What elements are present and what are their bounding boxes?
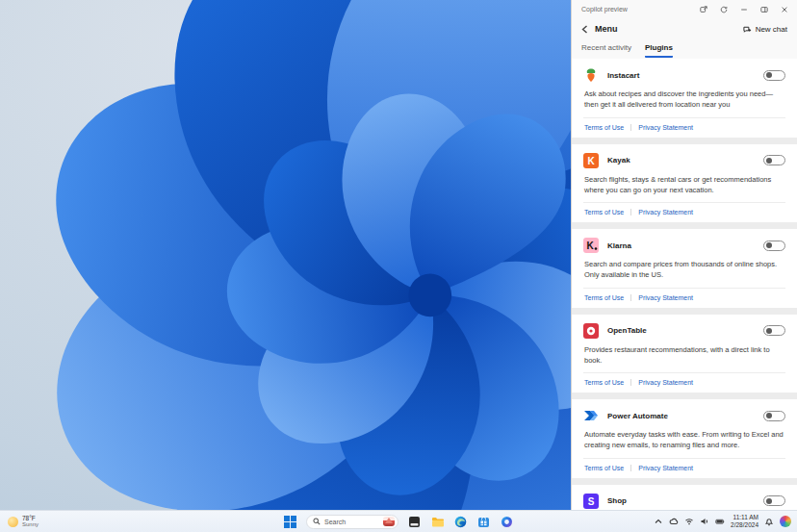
svg-text:S: S	[588, 496, 595, 507]
open-external-icon[interactable]	[699, 5, 708, 14]
privacy-statement-link[interactable]: Privacy Statement	[638, 294, 693, 301]
close-icon[interactable]	[780, 5, 789, 14]
klarna-icon: K	[583, 238, 599, 253]
plugin-toggle[interactable]	[763, 495, 785, 506]
start-button[interactable]	[283, 515, 297, 529]
windows-desktop-screen: Copilot preview	[0, 0, 797, 532]
instacart-icon	[583, 67, 599, 83]
link-divider	[630, 209, 631, 215]
terms-of-use-link[interactable]: Terms of Use	[584, 294, 624, 301]
clock-date: 2/28/2024	[731, 521, 758, 529]
svg-text:K: K	[587, 156, 595, 166]
plugin-description: Search and compare prices from thousands…	[583, 255, 785, 288]
kayak-icon: K	[583, 153, 599, 168]
refresh-icon[interactable]	[719, 5, 729, 14]
terms-of-use-link[interactable]: Terms of Use	[584, 379, 624, 386]
plugin-description: Ask about recipes and discover the ingre…	[583, 85, 785, 117]
taskbar-search-box[interactable]: Search	[306, 515, 398, 529]
dark-app-icon[interactable]	[407, 515, 422, 529]
plugin-description: Provides restaurant recommendations, wit…	[583, 341, 785, 373]
terms-of-use-link[interactable]: Terms of Use	[584, 209, 624, 215]
copilot-app-icon[interactable]	[500, 515, 514, 529]
tray-chevron-up-icon[interactable]	[654, 517, 663, 526]
shop-icon: S	[583, 494, 599, 509]
opentable-icon	[583, 323, 599, 339]
link-divider	[630, 124, 631, 131]
tab-plugins[interactable]: Plugins	[645, 43, 673, 58]
privacy-statement-link[interactable]: Privacy Statement	[638, 465, 693, 471]
widgets-weather-button[interactable]: 78°F Sunny	[0, 511, 46, 532]
svg-text:K: K	[586, 241, 594, 251]
new-chat-button[interactable]: New chat	[743, 25, 787, 34]
copilot-panel: Copilot preview	[571, 0, 797, 510]
plugin-card-power-automate: Power Automate Automate everyday tasks w…	[572, 399, 797, 478]
weather-condition: Sunny	[22, 521, 39, 528]
plugin-card-instacart: Instacart Ask about recipes and discover…	[572, 59, 797, 138]
taskbar: 78°F Sunny Search	[0, 510, 797, 532]
link-divider	[630, 294, 631, 301]
new-chat-label: New chat	[756, 25, 787, 34]
plugin-name: OpenTable	[607, 326, 755, 335]
panel-titlebar: Copilot preview	[572, 0, 797, 18]
plugin-name: Instacart	[607, 71, 755, 80]
plugin-name: Klarna	[607, 241, 755, 250]
file-explorer-icon[interactable]	[430, 515, 445, 529]
back-menu-button[interactable]: Menu	[581, 24, 618, 34]
taskbar-clock[interactable]: 11:11 AM 2/28/2024	[731, 514, 758, 529]
chevron-left-icon	[581, 25, 588, 34]
clock-time: 11:11 AM	[733, 514, 759, 521]
terms-of-use-link[interactable]: Terms of Use	[584, 124, 624, 131]
weather-temp: 78°F	[22, 515, 39, 521]
panel-header: Menu New chat	[572, 18, 797, 39]
search-highlight-image	[383, 517, 395, 526]
link-divider	[630, 465, 631, 471]
taskbar-center-icons: Search	[283, 511, 514, 532]
microsoft-store-icon[interactable]	[476, 515, 491, 529]
plugin-card-shop: S Shop Search for millions of products f…	[572, 485, 797, 511]
privacy-statement-link[interactable]: Privacy Statement	[638, 124, 693, 131]
plugin-card-kayak: K Kayak Search flights, stays & rental c…	[572, 144, 797, 223]
plugin-name: Kayak	[607, 156, 755, 165]
onedrive-cloud-icon[interactable]	[669, 517, 679, 526]
edge-browser-icon[interactable]	[453, 515, 468, 529]
plugin-card-opentable: OpenTable Provides restaurant recommenda…	[572, 315, 797, 393]
window-controls	[699, 5, 789, 14]
plugin-toggle[interactable]	[763, 241, 785, 251]
windows-logo-icon	[284, 516, 296, 528]
panel-title: Copilot preview	[581, 6, 699, 13]
system-tray: 11:11 AM 2/28/2024	[654, 511, 797, 532]
plugin-toggle[interactable]	[763, 70, 785, 81]
plugin-list: Instacart Ask about recipes and discover…	[572, 59, 797, 510]
plugin-name: Power Automate	[607, 412, 755, 420]
plugin-name: Shop	[607, 496, 755, 505]
search-placeholder: Search	[324, 519, 379, 525]
terms-of-use-link[interactable]: Terms of Use	[584, 465, 624, 471]
plugin-description: Search flights, stays & rental cars or g…	[583, 170, 785, 203]
minimize-icon[interactable]	[739, 5, 749, 14]
restore-dock-icon[interactable]	[759, 5, 769, 14]
privacy-statement-link[interactable]: Privacy Statement	[638, 209, 693, 215]
plugin-card-klarna: K Klarna Search and compare prices from …	[572, 229, 797, 308]
battery-icon[interactable]	[715, 517, 725, 526]
copilot-tray-icon[interactable]	[780, 516, 791, 527]
tab-bar: Recent activity Plugins	[572, 39, 797, 58]
link-divider	[630, 379, 631, 386]
power-automate-icon	[583, 408, 599, 423]
plugin-toggle[interactable]	[763, 155, 785, 165]
plugin-toggle[interactable]	[763, 411, 785, 421]
privacy-statement-link[interactable]: Privacy Statement	[638, 379, 693, 386]
plugin-toggle[interactable]	[763, 325, 785, 336]
volume-icon[interactable]	[700, 517, 709, 526]
notification-bell-icon[interactable]	[764, 517, 774, 526]
sun-icon	[8, 517, 18, 527]
wifi-icon[interactable]	[684, 517, 694, 526]
search-icon	[313, 518, 321, 525]
new-chat-icon	[743, 25, 752, 34]
tab-recent-activity[interactable]: Recent activity	[581, 43, 631, 58]
menu-label: Menu	[595, 24, 618, 34]
plugin-description: Automate everyday tasks with ease. From …	[583, 425, 785, 458]
